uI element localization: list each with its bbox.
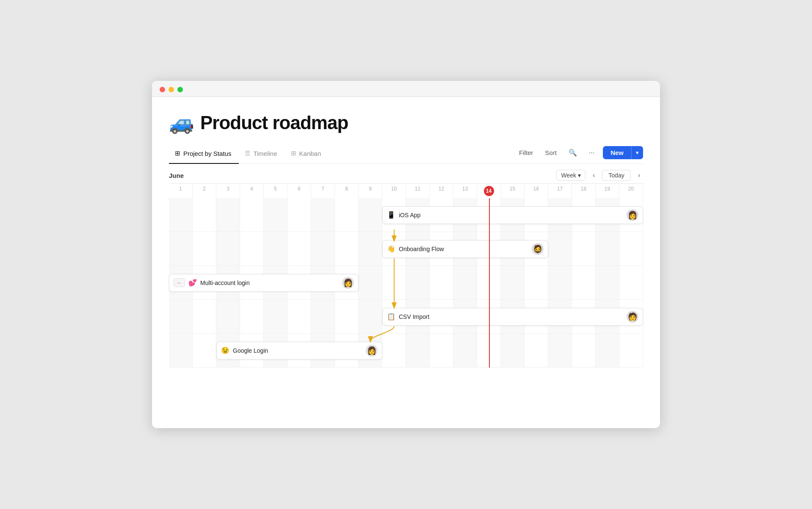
tab-list: ⊞ Project by Status ☰ Timeline ⊞ Kanban (169, 145, 329, 163)
date-cell-11: 11 (406, 184, 430, 198)
task-emoji: 😉 (221, 346, 229, 354)
timeline-icon: ☰ (245, 149, 250, 157)
new-dropdown-button[interactable]: ▾ (631, 146, 643, 159)
filter-button[interactable]: Filter (516, 147, 536, 158)
calendar-area: June Week ▾ ‹ Today › 123456789101112131… (169, 164, 643, 368)
date-cell-20: 20 (619, 184, 643, 198)
task-title: iOS App (399, 212, 623, 219)
date-cell-5: 5 (264, 184, 287, 198)
sort-button[interactable]: Sort (541, 147, 560, 158)
new-button[interactable]: New (603, 146, 631, 159)
timeline-row-1: 👋Onboarding Flow🧔 (169, 232, 643, 266)
page-emoji: 🚙 (169, 113, 194, 133)
date-cell-15: 15 (501, 184, 525, 198)
minimize-button[interactable] (168, 87, 174, 92)
week-nav: Week ▾ ‹ Today › (556, 170, 643, 181)
task-avatar: 🧔 (532, 243, 544, 255)
task-emoji: 📱 (387, 211, 395, 219)
task-avatar: 👩 (342, 277, 354, 289)
date-cell-1: 1 (169, 184, 193, 198)
tab-timeline[interactable]: ☰ Timeline (239, 145, 284, 164)
toolbar-actions: Filter Sort 🔍 ··· New ▾ (516, 146, 643, 163)
today-line (489, 198, 490, 368)
date-cell-6: 6 (287, 184, 311, 198)
week-dropdown-icon: ▾ (578, 172, 581, 179)
page-header: 🚙 Product roadmap (169, 112, 643, 133)
date-row: 1234567891011121314151617181920 (169, 183, 643, 198)
tab-project-by-status[interactable]: ⊞ Project by Status (169, 145, 239, 164)
timeline-row-0: 📱iOS App👩 (169, 198, 643, 232)
task-card-google-login[interactable]: 😉Google Login👩 (216, 342, 382, 360)
date-cell-12: 12 (430, 184, 453, 198)
task-title: Multi-account login (200, 279, 339, 286)
timeline-body: 📱iOS App👩👋Onboarding Flow🧔←💕Multi-accoun… (169, 198, 643, 368)
task-emoji: 💕 (188, 279, 197, 287)
calendar-header: June Week ▾ ‹ Today › (169, 164, 643, 183)
tab-kanban[interactable]: ⊞ Kanban (285, 145, 329, 164)
task-title: Google Login (233, 347, 362, 354)
date-cell-9: 9 (359, 184, 382, 198)
page-title: Product roadmap (200, 112, 348, 133)
date-cell-7: 7 (311, 184, 335, 198)
date-cell-13: 13 (453, 184, 477, 198)
timeline-row-3: 📋CSV Import🧑 (169, 300, 643, 334)
date-cell-19: 19 (596, 184, 619, 198)
date-cell-18: 18 (572, 184, 596, 198)
more-options-button[interactable]: ··· (586, 147, 598, 159)
maximize-button[interactable] (177, 87, 183, 92)
task-title: Onboarding Flow (399, 246, 528, 252)
date-cell-10: 10 (382, 184, 406, 198)
date-cell-2: 2 (193, 184, 216, 198)
timeline-row-2: ←💕Multi-account login👩 (169, 266, 643, 300)
task-card-csv-import[interactable]: 📋CSV Import🧑 (382, 308, 643, 326)
close-button[interactable] (160, 87, 165, 92)
task-avatar: 👩 (366, 345, 378, 357)
task-avatar: 👩 (627, 209, 638, 221)
next-week-button[interactable]: › (635, 170, 643, 181)
task-emoji: 📋 (387, 313, 395, 321)
task-card-multi-account-login[interactable]: ←💕Multi-account login👩 (169, 274, 359, 292)
date-cell-17: 17 (548, 184, 572, 198)
table-icon: ⊞ (175, 149, 180, 157)
date-cell-3: 3 (216, 184, 240, 198)
task-card-onboarding-flow[interactable]: 👋Onboarding Flow🧔 (382, 240, 548, 258)
date-cell-16: 16 (525, 184, 548, 198)
week-selector[interactable]: Week ▾ (556, 170, 586, 181)
tab-label: Project by Status (183, 150, 231, 157)
week-label: Week (561, 172, 576, 179)
search-button[interactable]: 🔍 (565, 147, 580, 159)
task-card-ios-app[interactable]: 📱iOS App👩 (382, 206, 643, 224)
title-bar (152, 81, 660, 97)
prev-week-button[interactable]: ‹ (590, 170, 598, 181)
toolbar: ⊞ Project by Status ☰ Timeline ⊞ Kanban … (169, 145, 643, 164)
date-cell-4: 4 (240, 184, 264, 198)
app-window: 🚙 Product roadmap ⊞ Project by Status ☰ … (152, 81, 660, 428)
task-emoji: 👋 (387, 245, 395, 253)
back-arrow-icon: ← (174, 278, 185, 287)
new-button-group: New ▾ (603, 146, 643, 159)
kanban-icon: ⊞ (291, 149, 296, 157)
date-cell-14: 14 (477, 184, 501, 198)
task-avatar: 🧑 (627, 311, 638, 323)
task-title: CSV Import (399, 313, 623, 320)
timeline-row-4: 😉Google Login👩 (169, 334, 643, 368)
tab-label: Kanban (299, 150, 321, 157)
tab-label: Timeline (253, 150, 277, 157)
month-label: June (169, 172, 184, 179)
today-button[interactable]: Today (602, 170, 630, 181)
date-cell-8: 8 (335, 184, 359, 198)
